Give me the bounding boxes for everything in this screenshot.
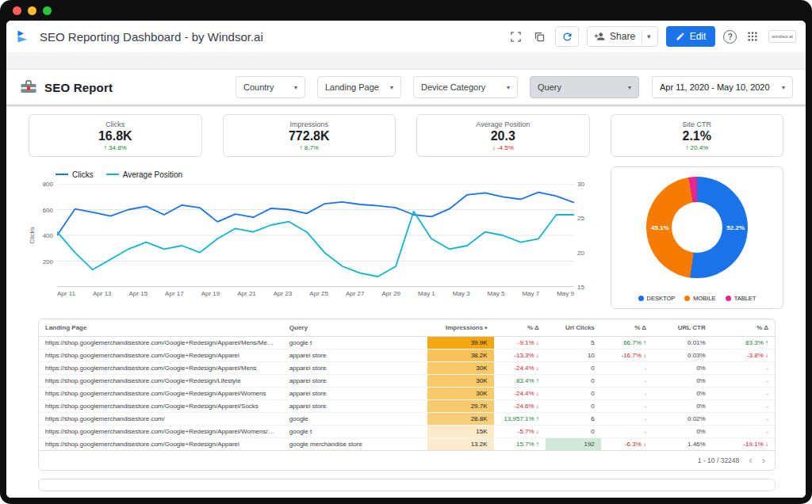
share-label: Share bbox=[610, 31, 635, 42]
scorecard-impressions[interactable]: Impressions772.8K↑ 8.7% bbox=[223, 114, 396, 157]
filter-controls: Country▾Landing Page▾Device Category▾Que… bbox=[236, 76, 639, 98]
chevron-down-icon[interactable]: ▾ bbox=[642, 30, 651, 43]
cell-url-clicks-delta: - bbox=[601, 426, 653, 438]
cell-url-clicks-delta: -16.7% ↓ bbox=[601, 349, 653, 362]
x-axis-label: Apr 19 bbox=[201, 290, 220, 297]
cell-url-ctr-delta: - bbox=[712, 362, 775, 375]
column-header-query-1[interactable]: Query bbox=[283, 319, 427, 337]
close-button[interactable] bbox=[13, 6, 21, 15]
table-row[interactable]: https://shop.googlemerchandisestore.com/… bbox=[39, 388, 775, 400]
chevron-down-icon: ▾ bbox=[782, 84, 785, 91]
date-range-picker[interactable]: Apr 11, 2020 - May 10, 2020 ▾ bbox=[652, 76, 793, 98]
cell-query: google bbox=[283, 413, 427, 426]
table-row[interactable]: https://shop.googlemerchandisestore.com/… bbox=[39, 438, 775, 451]
table-row[interactable]: https://shop.googlemerchandisestore.com/… bbox=[39, 426, 775, 438]
legend-dot bbox=[726, 296, 731, 301]
next-page-icon[interactable]: › bbox=[762, 455, 765, 465]
report-name: SEO Report bbox=[44, 81, 113, 94]
cell-impressions-delta: 13,957.1% ↑ bbox=[494, 413, 546, 426]
column-header-landing-page-0[interactable]: Landing Page bbox=[39, 319, 283, 337]
cell-impressions: 30K bbox=[427, 388, 494, 400]
device-donut-chart[interactable]: 45.1% 52.2% bbox=[646, 177, 748, 278]
cell-url-clicks-delta: - bbox=[601, 388, 653, 400]
cell-url-clicks: 0 bbox=[546, 375, 601, 388]
table-row[interactable]: https://shop.googlemerchandisestore.com/… bbox=[39, 337, 775, 349]
filter-chip-query[interactable]: Query▾ bbox=[530, 76, 639, 98]
windsor-brand-chip[interactable]: windsor.ai bbox=[768, 30, 796, 43]
cell-url-clicks-delta: - bbox=[601, 400, 653, 413]
table-row[interactable]: https://shop.googlemerchandisestore.com/… bbox=[39, 349, 775, 362]
cell-url-ctr-delta: - bbox=[712, 426, 775, 438]
table-header-row: Landing PageQueryImpressions ▾% ΔUrl Cli… bbox=[39, 319, 775, 337]
window-controls bbox=[13, 6, 52, 15]
column-header-url-clicks-4[interactable]: Url Clicks bbox=[546, 319, 601, 337]
app-header: SEO Reporting Dashboard - by Windsor.ai … bbox=[6, 21, 806, 52]
cell-query: apparel store bbox=[283, 375, 427, 388]
legend-dot bbox=[684, 296, 690, 301]
cell-landing-page: https://shop.googlemerchandisestore.com/… bbox=[39, 375, 283, 388]
table-row[interactable]: https://shop.googlemerchandisestore.com/… bbox=[39, 400, 775, 413]
cell-impressions-delta: -13.3% ↓ bbox=[494, 349, 546, 362]
filter-chip-label: Query bbox=[538, 82, 561, 92]
minimize-button[interactable] bbox=[28, 6, 36, 15]
cell-url-clicks-delta: - bbox=[601, 375, 653, 388]
scorecard-label: Site CTR bbox=[682, 120, 711, 128]
pages-icon[interactable] bbox=[531, 29, 547, 44]
cell-query: google merchandise store bbox=[283, 438, 427, 451]
help-icon[interactable]: ? bbox=[723, 30, 737, 44]
column-header-impressions-2[interactable]: Impressions ▾ bbox=[427, 319, 494, 337]
scorecard-site-ctr[interactable]: Site CTR2.1%↑ 20.4% bbox=[611, 114, 784, 157]
cell-url-clicks: 6 bbox=[546, 413, 601, 426]
cell-impressions: 38.2K bbox=[427, 349, 494, 362]
cell-url-ctr: 0.03% bbox=[653, 349, 712, 362]
prev-page-icon[interactable]: ‹ bbox=[749, 455, 752, 465]
donut-legend-item-mobile[interactable]: MOBILE bbox=[684, 295, 715, 302]
cell-url-ctr-delta: -19.1% ↓ bbox=[712, 438, 775, 451]
refresh-button[interactable] bbox=[555, 26, 579, 47]
column-header-col-7[interactable]: % Δ bbox=[712, 319, 775, 337]
column-header-col-3[interactable]: % Δ bbox=[494, 319, 546, 337]
cell-impressions-delta: 15.7% ↑ bbox=[494, 438, 546, 451]
left-axis-tick: 200 bbox=[36, 258, 53, 265]
scorecard-clicks[interactable]: Clicks16.8K↑ 34.8% bbox=[29, 114, 202, 157]
cell-landing-page: https://shop.googlemerchandisestore.com/… bbox=[39, 362, 283, 375]
table-row[interactable]: https://shop.googlemerchandisestore.com/… bbox=[39, 362, 775, 375]
cell-url-ctr: 0% bbox=[653, 375, 712, 388]
cell-url-ctr: 0% bbox=[653, 400, 712, 413]
column-header-url-ctr-6[interactable]: URL CTR bbox=[653, 319, 712, 337]
browser-frame: SEO Reporting Dashboard - by Windsor.ai … bbox=[0, 0, 812, 504]
column-header-col-5[interactable]: % Δ bbox=[601, 319, 653, 337]
donut-legend-item-desktop[interactable]: DESKTOP bbox=[638, 295, 676, 302]
scorecard-delta: ↑ 8.7% bbox=[300, 144, 319, 151]
person-add-icon bbox=[594, 31, 605, 42]
filter-chip-landing-page[interactable]: Landing Page▾ bbox=[317, 76, 401, 98]
filter-chip-device-category[interactable]: Device Category▾ bbox=[413, 76, 518, 98]
cell-url-ctr: 1.46% bbox=[653, 438, 712, 451]
scorecard-delta: ↓ -4.5% bbox=[492, 144, 514, 151]
cell-impressions-delta: -24.6% ↓ bbox=[494, 400, 546, 413]
cell-url-ctr: 0.01% bbox=[653, 337, 712, 349]
apps-grid-icon[interactable] bbox=[745, 29, 760, 44]
cell-impressions: 30K bbox=[427, 362, 494, 375]
next-section-card bbox=[38, 479, 776, 491]
legend-label: Clicks bbox=[72, 170, 94, 179]
scorecard-average-position[interactable]: Average Position20.3↓ -4.5% bbox=[416, 114, 590, 157]
fullscreen-icon[interactable] bbox=[508, 29, 523, 44]
share-button[interactable]: Share ▾ bbox=[587, 26, 658, 47]
chevron-down-icon: ▾ bbox=[294, 84, 297, 91]
mobile-share-label: 45.1% bbox=[651, 224, 669, 231]
scorecard-delta: ↑ 34.8% bbox=[104, 144, 127, 151]
edit-button[interactable]: Edit bbox=[666, 26, 716, 47]
cell-query: apparel store bbox=[283, 349, 427, 362]
line-chart-plot[interactable]: Clicks 80060040020030252015 bbox=[57, 184, 574, 287]
left-axis-tick: 400 bbox=[36, 232, 53, 239]
donut-legend-item-tablet[interactable]: TABLET bbox=[726, 295, 756, 302]
maximize-button[interactable] bbox=[43, 6, 52, 15]
table-row[interactable]: https://shop.googlemerchandisestore.com/… bbox=[39, 375, 775, 388]
cell-url-ctr-delta: - bbox=[712, 400, 775, 413]
legend-item-average-position[interactable]: Average Position bbox=[106, 170, 182, 179]
legend-item-clicks[interactable]: Clicks bbox=[56, 170, 94, 179]
x-axis-label: Apr 23 bbox=[274, 290, 293, 297]
table-row[interactable]: https://shop.googlemerchandisestore.com/… bbox=[39, 413, 775, 426]
filter-chip-country[interactable]: Country▾ bbox=[236, 76, 305, 98]
